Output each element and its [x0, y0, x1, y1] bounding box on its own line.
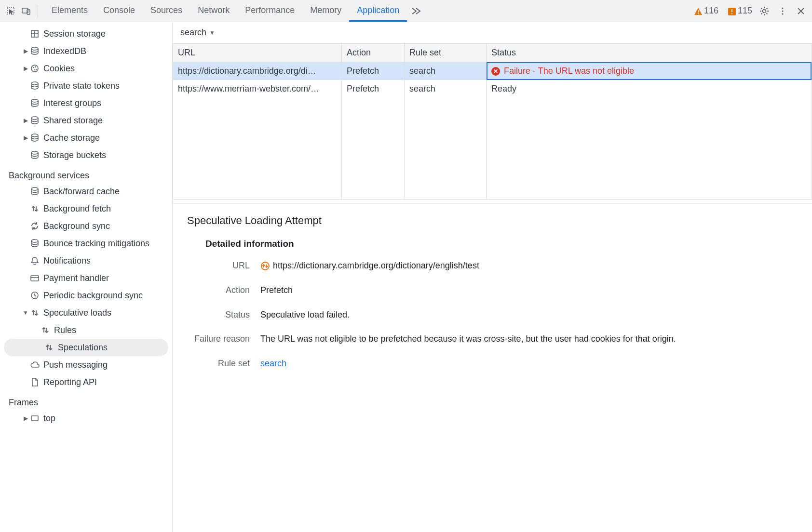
detail-value: Speculative load failed.	[260, 308, 798, 322]
content-pane: search ▼ URLActionRule setStatus https:/…	[173, 22, 812, 532]
detail-row-status: StatusSpeculative load failed.	[187, 308, 798, 322]
detail-value: Prefetch	[260, 283, 798, 297]
tab-sources[interactable]: Sources	[143, 0, 190, 22]
col-url[interactable]: URL	[173, 44, 342, 62]
issues-counter[interactable]: 115	[724, 6, 755, 16]
detail-row-rule-set: Rule setsearch	[187, 357, 798, 371]
tab-application[interactable]: Application	[349, 0, 407, 22]
sidebar-item-label: top	[43, 413, 55, 424]
updown-icon	[43, 343, 55, 352]
sidebar-item-private-state-tokens[interactable]: Private state tokens	[0, 77, 172, 94]
sidebar-item-periodic-background-sync[interactable]: Periodic background sync	[0, 287, 172, 304]
cell: Prefetch	[342, 62, 405, 80]
sidebar-item-push-messaging[interactable]: Push messaging	[0, 356, 172, 373]
sidebar-item-background-sync[interactable]: Background sync	[0, 217, 172, 235]
sidebar-item-label: Back/forward cache	[43, 186, 120, 197]
sidebar-item-interest-groups[interactable]: Interest groups	[0, 94, 172, 112]
sidebar-item-back-forward-cache[interactable]: Back/forward cache	[0, 183, 172, 200]
sidebar-item-shared-storage[interactable]: ▶Shared storage	[0, 112, 172, 129]
sidebar-item-label: Cache storage	[43, 133, 100, 143]
filter-row: search ▼	[173, 22, 812, 43]
cell: https://www.merriam-webster.com/…	[173, 80, 342, 98]
sidebar-item-label: Interest groups	[43, 98, 101, 108]
sidebar-item-label: Payment handler	[43, 273, 109, 283]
sidebar-item-storage-buckets[interactable]: Storage buckets	[0, 146, 172, 164]
sidebar-item-label: Background sync	[43, 221, 110, 231]
close-devtools-icon[interactable]	[795, 5, 807, 17]
table-header: URLActionRule setStatus	[173, 44, 812, 62]
db-icon	[29, 150, 41, 160]
more-tabs-icon[interactable]	[410, 5, 422, 17]
sidebar-item-payment-handler[interactable]: Payment handler	[0, 269, 172, 287]
sidebar-item-label: Periodic background sync	[43, 291, 143, 301]
sidebar-item-indexeddb[interactable]: ▶IndexedDB	[0, 42, 172, 60]
sidebar-item-top[interactable]: ▶top	[0, 410, 172, 427]
fetch-icon	[260, 261, 270, 271]
sidebar-item-label: Session storage	[43, 29, 106, 39]
tab-elements[interactable]: Elements	[44, 0, 95, 22]
tab-network[interactable]: Network	[190, 0, 237, 22]
sidebar-item-label: Speculations	[58, 343, 108, 353]
chevron-icon: ▶	[22, 117, 29, 124]
table-row[interactable]: https://dictionary.cambridge.org/di…Pref…	[173, 62, 812, 80]
tab-performance[interactable]: Performance	[237, 0, 302, 22]
cell-status: Ready	[487, 80, 812, 98]
detail-value[interactable]: search	[260, 357, 798, 371]
error-circle-icon: ✕	[491, 67, 500, 76]
section-frames: Frames	[0, 391, 172, 410]
cloud-icon	[29, 360, 41, 370]
sidebar-item-speculative-loads[interactable]: ▼Speculative loads	[0, 304, 172, 321]
detail-label: Failure reason	[187, 332, 250, 346]
detail-row-url: URLhttps://dictionary.cambridge.org/dict…	[187, 259, 798, 273]
warnings-counter[interactable]: 116	[690, 6, 721, 16]
sidebar-item-notifications[interactable]: Notifications	[0, 252, 172, 269]
cell: search	[405, 80, 487, 98]
detail-label: Rule set	[187, 357, 250, 371]
card-icon	[29, 273, 41, 283]
sidebar-item-cache-storage[interactable]: ▶Cache storage	[0, 129, 172, 146]
sidebar-item-speculations[interactable]: Speculations	[4, 339, 168, 356]
col-rule-set[interactable]: Rule set	[405, 44, 487, 62]
table-row[interactable]: https://www.merriam-webster.com/…Prefetc…	[173, 80, 812, 98]
sidebar-item-session-storage[interactable]: Session storage	[0, 25, 172, 42]
details-title: Speculative Loading Attempt	[187, 214, 798, 227]
detail-row-action: ActionPrefetch	[187, 283, 798, 297]
inspect-element-icon[interactable]	[5, 5, 17, 17]
sidebar-item-bounce-tracking-mitigations[interactable]: Bounce tracking mitigations	[0, 235, 172, 252]
ruleset-filter-dropdown[interactable]: search ▼	[180, 27, 215, 38]
sidebar-item-label: Push messaging	[43, 360, 108, 370]
warning-triangle-icon	[693, 7, 702, 15]
sidebar-item-rules[interactable]: Rules	[0, 321, 172, 339]
sidebar-item-label: Cookies	[43, 64, 75, 74]
cell: search	[405, 62, 487, 80]
settings-gear-icon[interactable]	[758, 5, 771, 17]
detail-label: Action	[187, 283, 250, 297]
panel-tabs: ElementsConsoleSourcesNetworkPerformance…	[44, 0, 407, 22]
sidebar-item-reporting-api[interactable]: Reporting API	[0, 373, 172, 391]
details-panel: Speculative Loading Attempt Detailed inf…	[173, 203, 812, 392]
db-icon	[29, 133, 41, 143]
chevron-icon: ▶	[22, 48, 29, 54]
sidebar-item-label: Storage buckets	[43, 150, 106, 160]
sidebar-item-label: Bounce tracking mitigations	[43, 239, 149, 249]
sidebar-item-label: Rules	[54, 325, 76, 335]
detail-row-failure-reason: Failure reasonThe URL was not eligible t…	[187, 332, 798, 346]
devtools-toolbar: ElementsConsoleSourcesNetworkPerformance…	[0, 0, 812, 22]
db-icon	[29, 46, 41, 56]
col-action[interactable]: Action	[342, 44, 405, 62]
issue-square-icon	[727, 7, 736, 15]
sidebar-item-label: Notifications	[43, 256, 91, 266]
sidebar-item-cookies[interactable]: ▶Cookies	[0, 60, 172, 77]
device-toolbar-icon[interactable]	[20, 5, 33, 17]
col-status[interactable]: Status	[487, 44, 812, 62]
tab-memory[interactable]: Memory	[302, 0, 349, 22]
updown-icon	[29, 204, 41, 213]
sidebar-item-label: Background fetch	[43, 204, 111, 214]
sidebar-item-background-fetch[interactable]: Background fetch	[0, 200, 172, 217]
bell-icon	[29, 256, 41, 266]
cell: Prefetch	[342, 80, 405, 98]
tab-console[interactable]: Console	[95, 0, 143, 22]
kebab-menu-icon[interactable]	[776, 5, 789, 17]
speculations-table: URLActionRule setStatus https://dictiona…	[173, 43, 812, 200]
sync-icon	[29, 221, 41, 231]
